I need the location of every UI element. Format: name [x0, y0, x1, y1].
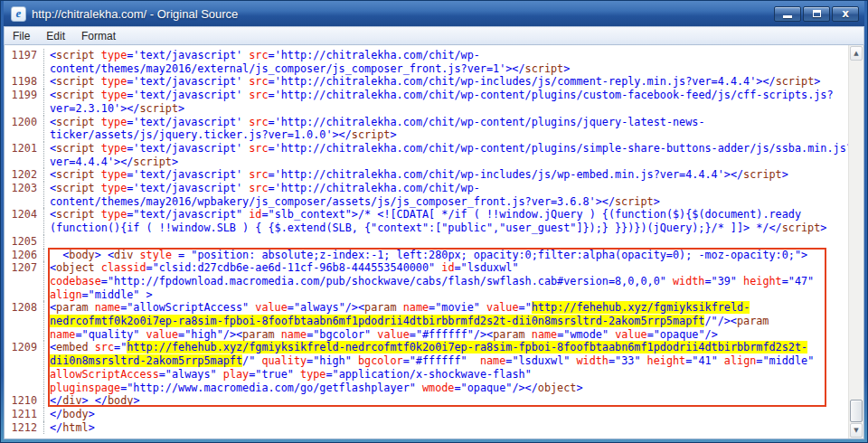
- line-number: 1199: [5, 89, 44, 115]
- code-text: <script type='text/javascript' src='http…: [44, 116, 705, 142]
- source-line: 1200<script type='text/javascript' src='…: [5, 116, 848, 142]
- source-view: 1197<script type='text/javascript' src='…: [5, 45, 848, 438]
- source-line: 1197<script type='text/javascript' src='…: [5, 49, 848, 75]
- alert-box-region: 1206 <body> <div style = "position: abso…: [5, 249, 848, 408]
- source-line: 1201<script type='text/javascript' src='…: [5, 142, 848, 168]
- source-line: 1202<script type='text/javascript' src='…: [5, 168, 848, 182]
- maximize-icon: [813, 10, 821, 17]
- code-text: <script type='text/javascript' src='http…: [44, 89, 834, 115]
- line-number: 1200: [5, 116, 44, 142]
- code-text: </html>: [44, 421, 95, 435]
- source-line: 1205: [5, 235, 848, 249]
- menu-item-format[interactable]: Format: [73, 28, 124, 44]
- window-controls: x: [774, 6, 859, 22]
- code-text: <script type='text/javascript' src='http…: [44, 142, 848, 168]
- source-line: 1211</body>: [5, 408, 848, 421]
- source-viewer-window: e http://chitralekha.com/ - Original Sou…: [0, 0, 868, 443]
- source-line: 1206 <body> <div style = "position: abso…: [5, 249, 848, 262]
- scroll-down-button[interactable]: ▼: [850, 423, 863, 438]
- code-text: <script type="text/javascript" id="slb_c…: [44, 208, 826, 234]
- line-number: 1201: [5, 142, 44, 168]
- highlighted-url: nedrcofmtf0k2o0i7ep-ra8sim-fpboi-8foofbt…: [50, 315, 704, 327]
- code-text: <script type='text/javascript' src='http…: [44, 75, 820, 89]
- source-line: 1203<script type='text/javascript' src='…: [5, 182, 848, 208]
- line-number: 1208: [5, 301, 44, 341]
- source-line: 1207<object classid="clsid:d27cdb6e-ae6d…: [5, 261, 848, 301]
- line-number: 1202: [5, 168, 44, 182]
- source-line: 1204<script type="text/javascript" id="s…: [5, 208, 848, 234]
- line-number: 1207: [5, 261, 44, 301]
- source-line: 1210</div> </body>: [5, 394, 848, 408]
- code-text: <script type='text/javascript' src='http…: [44, 168, 788, 182]
- minimize-icon: [783, 15, 792, 18]
- highlighted-url: dii0n8msrsltrd-2akom5rrp5mapft: [50, 354, 242, 367]
- scroll-thumb[interactable]: [850, 400, 863, 422]
- internet-explorer-icon: e: [11, 6, 26, 22]
- line-number: 1209: [5, 341, 44, 394]
- line-number: 1198: [5, 75, 44, 89]
- code-text: </div> </body>: [44, 394, 139, 408]
- minimize-button[interactable]: [774, 6, 801, 22]
- source-line: 1199<script type='text/javascript' src='…: [5, 89, 848, 115]
- line-number: 1211: [5, 408, 44, 421]
- maximize-button[interactable]: [803, 6, 830, 22]
- scrollbar-track[interactable]: [849, 61, 863, 422]
- line-number: 1203: [5, 182, 44, 208]
- code-text: <script type='text/javascript' src='http…: [44, 182, 660, 208]
- code-text: <embed src="http://fehehub.xyz/fgmiyksik…: [44, 341, 814, 394]
- highlighted-url: http://fehehub.xyz/fgmiyksikfreld-: [532, 301, 750, 314]
- source-line: 1208<param name="allowScriptAccess" valu…: [5, 301, 848, 341]
- close-button[interactable]: x: [832, 6, 859, 22]
- arrow-down-icon: ▼: [854, 428, 858, 434]
- line-number: 1206: [5, 249, 44, 262]
- source-line: 1198<script type='text/javascript' src='…: [5, 75, 848, 89]
- highlighted-url: http://fehehub.xyz/fgmiyksikfreld-nedrco…: [127, 341, 807, 353]
- code-text: <param name="allowScriptAccess" value="a…: [44, 301, 769, 341]
- source-line: 1212</html>: [5, 421, 848, 435]
- code-text: [44, 235, 50, 249]
- code-text: <script type='text/javascript' src='http…: [44, 49, 570, 75]
- close-icon: x: [842, 8, 849, 19]
- arrow-up-icon: ▲: [854, 51, 858, 57]
- content-area: 1197<script type='text/javascript' src='…: [4, 45, 864, 439]
- code-text: </body>: [44, 408, 95, 421]
- line-number: 1205: [5, 235, 44, 249]
- code-text: <body> <div style = "position: absolute;…: [44, 249, 807, 262]
- line-number: 1212: [5, 421, 44, 435]
- window-title: http://chitralekha.com/ - Original Sourc…: [32, 7, 774, 21]
- menu-item-edit[interactable]: Edit: [38, 28, 73, 44]
- title-bar[interactable]: e http://chitralekha.com/ - Original Sou…: [4, 1, 864, 26]
- menu-bar: File Edit Format: [4, 26, 864, 45]
- line-number: 1197: [5, 49, 44, 75]
- menu-item-file[interactable]: File: [5, 28, 38, 44]
- line-number: 1204: [5, 208, 44, 234]
- code-text: <object classid="clsid:d27cdb6e-ae6d-11c…: [44, 261, 814, 301]
- scroll-up-button[interactable]: ▲: [850, 46, 863, 61]
- line-number: 1210: [5, 394, 44, 408]
- vertical-scrollbar[interactable]: ▲ ▼: [848, 45, 863, 438]
- source-line: 1209<embed src="http://fehehub.xyz/fgmiy…: [5, 341, 848, 394]
